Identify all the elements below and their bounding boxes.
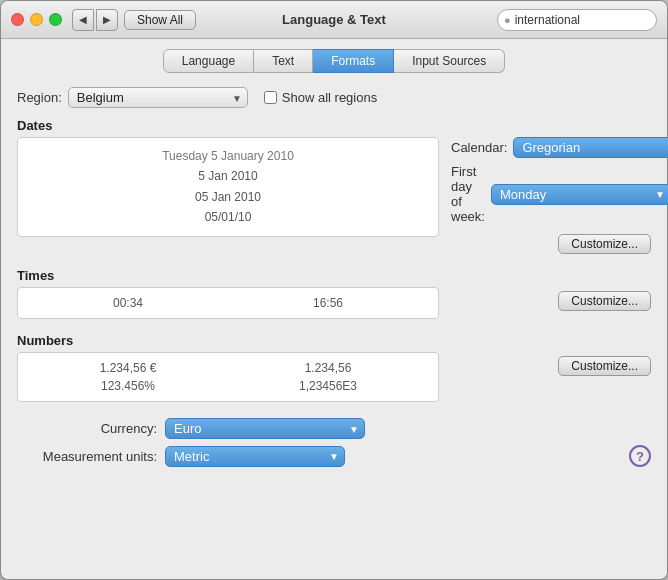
back-button[interactable]: ◀ — [72, 9, 94, 31]
dates-section-row: Tuesday 5 January 2010 5 Jan 2010 05 Jan… — [17, 137, 651, 254]
times-preview-box: 00:34 16:56 — [17, 287, 439, 319]
numbers-section-row: 1.234,56 € 1.234,56 123.456% 1,23456E3 C… — [17, 352, 651, 402]
help-button[interactable]: ? — [629, 445, 651, 467]
times-section-row: 00:34 16:56 Customize... — [17, 287, 651, 319]
currency-label: Currency: — [17, 421, 157, 436]
show-regions-label: Show all regions — [282, 90, 377, 105]
window: ◀ ▶ Show All Language & Text ● ✕ Languag… — [0, 0, 668, 580]
dates-preview-box: Tuesday 5 January 2010 5 Jan 2010 05 Jan… — [17, 137, 439, 237]
week-select[interactable]: Monday — [491, 184, 668, 205]
tab-text[interactable]: Text — [254, 49, 313, 73]
currency-select-wrapper: Euro ▼ — [165, 418, 365, 439]
dates-controls: Calendar: Gregorian ▼ First day of week:… — [451, 137, 651, 254]
region-select[interactable]: Belgium — [68, 87, 248, 108]
search-input[interactable] — [515, 13, 665, 27]
search-box: ● ✕ — [497, 9, 657, 31]
tab-language[interactable]: Language — [163, 49, 254, 73]
search-clear-icon[interactable]: ✕ — [665, 12, 668, 27]
window-title: Language & Text — [282, 12, 386, 27]
content-area: Language Text Formats Input Sources Regi… — [1, 39, 667, 579]
search-icon: ● — [504, 14, 511, 26]
numbers-customize-button[interactable]: Customize... — [558, 356, 651, 376]
measurement-label: Measurement units: — [17, 449, 157, 464]
times-preview-1: 00:34 — [113, 296, 143, 310]
measurement-select-wrapper: Metric ▼ — [165, 446, 345, 467]
dates-customize-button[interactable]: Customize... — [558, 234, 651, 254]
region-row: Region: Belgium ▼ Show all regions — [17, 87, 651, 108]
numbers-section-label: Numbers — [17, 333, 651, 348]
dates-preview-line-3: 05 Jan 2010 — [28, 187, 428, 207]
calendar-label: Calendar: — [451, 140, 507, 155]
numbers-preview-area: 1.234,56 € 1.234,56 123.456% 1,23456E3 — [17, 352, 439, 402]
times-customize-button[interactable]: Customize... — [558, 291, 651, 311]
nav-buttons: ◀ ▶ — [72, 9, 118, 31]
numbers-cell-3: 123.456% — [28, 379, 228, 393]
times-preview-area: 00:34 16:56 — [17, 287, 439, 319]
numbers-preview-box: 1.234,56 € 1.234,56 123.456% 1,23456E3 — [17, 352, 439, 402]
numbers-cell-4: 1,23456E3 — [228, 379, 428, 393]
region-select-wrapper: Belgium ▼ — [68, 87, 248, 108]
currency-select[interactable]: Euro — [165, 418, 365, 439]
dates-preview-line-1: Tuesday 5 January 2010 — [28, 146, 428, 166]
calendar-row: Calendar: Gregorian ▼ — [451, 137, 651, 158]
close-button[interactable] — [11, 13, 24, 26]
forward-button[interactable]: ▶ — [96, 9, 118, 31]
calendar-select[interactable]: Gregorian — [513, 137, 668, 158]
dates-section-label: Dates — [17, 118, 651, 133]
calendar-select-wrapper: Gregorian ▼ — [513, 137, 668, 158]
dates-preview-area: Tuesday 5 January 2010 5 Jan 2010 05 Jan… — [17, 137, 439, 237]
dates-preview-line-2: 5 Jan 2010 — [28, 166, 428, 186]
minimize-button[interactable] — [30, 13, 43, 26]
times-controls: Customize... — [451, 287, 651, 311]
week-select-wrapper: Monday ▼ — [491, 184, 668, 205]
week-row: First day of week: Monday ▼ — [451, 164, 651, 224]
numbers-cell-1: 1.234,56 € — [28, 361, 228, 375]
show-regions-input[interactable] — [264, 91, 277, 104]
dates-preview-line-4: 05/01/10 — [28, 207, 428, 227]
tab-input-sources[interactable]: Input Sources — [394, 49, 505, 73]
tabs: Language Text Formats Input Sources — [17, 49, 651, 73]
measurement-row: Measurement units: Metric ▼ ? — [17, 445, 651, 467]
times-preview-2: 16:56 — [313, 296, 343, 310]
tab-formats[interactable]: Formats — [313, 49, 394, 73]
measurement-select[interactable]: Metric — [165, 446, 345, 467]
week-label: First day of week: — [451, 164, 485, 224]
region-label: Region: — [17, 90, 62, 105]
currency-row: Currency: Euro ▼ — [17, 418, 651, 439]
numbers-controls: Customize... — [451, 352, 651, 376]
show-all-button[interactable]: Show All — [124, 10, 196, 30]
numbers-cell-2: 1.234,56 — [228, 361, 428, 375]
show-all-regions-checkbox[interactable]: Show all regions — [264, 90, 377, 105]
maximize-button[interactable] — [49, 13, 62, 26]
traffic-lights — [11, 13, 62, 26]
times-section-label: Times — [17, 268, 651, 283]
titlebar: ◀ ▶ Show All Language & Text ● ✕ — [1, 1, 667, 39]
